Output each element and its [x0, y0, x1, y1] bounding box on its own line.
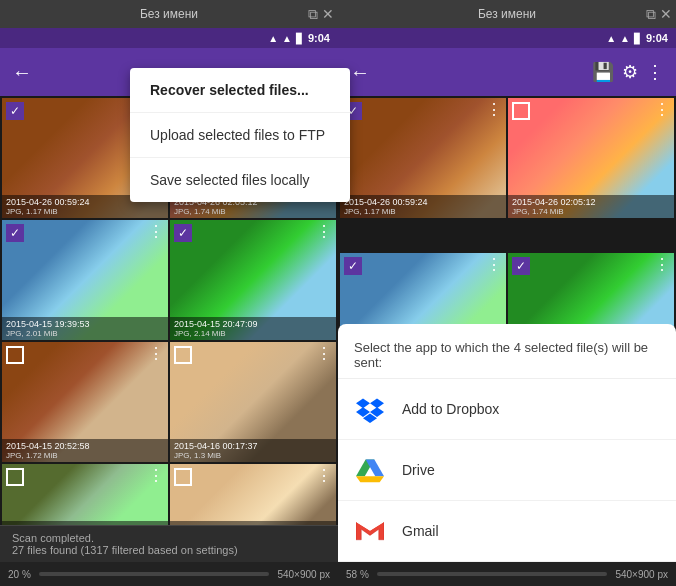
left-scrollbar[interactable] [39, 572, 270, 576]
left-photo-date-3: 2015-04-15 19:39:53 [6, 319, 164, 329]
left-close-button[interactable]: ✕ [322, 6, 334, 22]
right-photo-info-1: JPG, 1.17 MiB [344, 207, 502, 216]
left-checkbox-7[interactable] [6, 468, 24, 486]
left-photo-overlay-5: 2015-04-15 20:52:58 JPG, 1.72 MiB [2, 439, 168, 462]
left-photo-date-7: 2015-04-13 02:08:32 [6, 523, 164, 525]
left-checkbox-3[interactable] [6, 224, 24, 242]
right-drive-label: Drive [402, 462, 435, 478]
right-checkbox-2[interactable] [512, 102, 530, 120]
left-checkbox-5[interactable] [6, 346, 24, 364]
right-overflow-icon[interactable]: ⋮ [646, 61, 664, 83]
right-photo-info-2: JPG, 1.74 MiB [512, 207, 670, 216]
left-threedot-8[interactable]: ⋮ [316, 468, 332, 484]
left-threedot-4[interactable]: ⋮ [316, 224, 332, 240]
right-chooser-gmail[interactable]: Gmail [338, 501, 676, 562]
right-status-bar: ▲ ▲ ▊ 9:04 [338, 28, 676, 48]
left-zoom-percent: 20 % [8, 569, 31, 580]
right-checkbox-4[interactable] [512, 257, 530, 275]
right-photo-overlay-1: 2015-04-26 00:59:24 JPG, 1.17 MiB [340, 195, 506, 218]
right-gmail-label: Gmail [402, 523, 439, 539]
right-bottom-status: 58 % 540×900 px [338, 562, 676, 586]
right-photo-date-2: 2015-04-26 02:05:12 [512, 197, 670, 207]
right-app-chooser: Select the app to which the 4 selected f… [338, 324, 676, 562]
left-window-controls: ⧉ ✕ [308, 6, 334, 23]
left-checkbox-1[interactable] [6, 102, 24, 120]
right-chooser-header: Select the app to which the 4 selected f… [338, 324, 676, 379]
left-photo-info-1: JPG, 1.17 MiB [6, 207, 164, 216]
left-photo-overlay-8: 2015-04-04 22:17:11 JPG, 1.15 MiB [170, 521, 336, 525]
left-photo-cell-8[interactable]: ⋮ 2015-04-04 22:17:11 JPG, 1.15 MiB [170, 464, 336, 525]
right-photo-cell-1[interactable]: ⋮ 2015-04-26 00:59:24 JPG, 1.17 MiB [340, 98, 506, 218]
left-menu-item-recover[interactable]: Recover selected files... [130, 68, 350, 113]
left-threedot-5[interactable]: ⋮ [148, 346, 164, 362]
right-back-button[interactable]: ← [350, 61, 370, 84]
left-photo-date-5: 2015-04-15 20:52:58 [6, 441, 164, 451]
right-appbar-actions: 💾 ⚙ ⋮ [592, 61, 664, 83]
left-photo-cell-5[interactable]: ⋮ 2015-04-15 20:52:58 JPG, 1.72 MiB [2, 342, 168, 462]
right-wifi-icon: ▲ [606, 33, 616, 44]
right-app-bar: ← 💾 ⚙ ⋮ [338, 48, 676, 96]
left-photo-overlay-3: 2015-04-15 19:39:53 JPG, 2.01 MiB [2, 317, 168, 340]
right-window-controls: ⧉ ✕ [646, 6, 672, 23]
left-threedot-7[interactable]: ⋮ [148, 468, 164, 484]
right-photo-date-1: 2015-04-26 00:59:24 [344, 197, 502, 207]
right-chooser-drive[interactable]: Drive [338, 440, 676, 501]
right-signal-icon: ▲ [620, 33, 630, 44]
left-checkbox-4[interactable] [174, 224, 192, 242]
right-battery-icon: ▊ [634, 33, 642, 44]
right-close-button[interactable]: ✕ [660, 6, 672, 22]
right-zoom-percent: 58 % [346, 569, 369, 580]
left-status-bar: ▲ ▲ ▊ 9:04 [0, 28, 338, 48]
right-threedot-3[interactable]: ⋮ [486, 257, 502, 273]
right-threedot-1[interactable]: ⋮ [486, 102, 502, 118]
drive-icon [354, 454, 386, 486]
left-photo-date-8: 2015-04-04 22:17:11 [174, 523, 332, 525]
left-bottom-status: 20 % 540×900 px [0, 562, 338, 586]
left-photo-overlay-7: 2015-04-13 02:08:32 JPG, 1.95 MiB [2, 521, 168, 525]
left-time: 9:04 [308, 32, 330, 44]
right-scrollbar[interactable] [377, 572, 608, 576]
left-window-title: Без имени [140, 7, 198, 21]
right-save-icon[interactable]: 💾 [592, 61, 614, 83]
left-photo-info-5: JPG, 1.72 MiB [6, 451, 164, 460]
right-settings-icon[interactable]: ⚙ [622, 61, 638, 83]
right-title-bar: Без имени ⧉ ✕ [338, 0, 676, 28]
right-photo-cell-2[interactable]: ⋮ 2015-04-26 02:05:12 JPG, 1.74 MiB [508, 98, 674, 218]
left-scan-line2: 27 files found (1317 filtered based on s… [12, 544, 326, 556]
left-photo-overlay-6: 2015-04-16 00:17:37 JPG, 1.3 MiB [170, 439, 336, 462]
right-chooser-dropbox[interactable]: Add to Dropbox [338, 379, 676, 440]
right-restore-button[interactable]: ⧉ [646, 6, 656, 23]
left-photo-info-4: JPG, 2.14 MiB [174, 329, 332, 338]
right-threedot-4[interactable]: ⋮ [654, 257, 670, 273]
left-photo-cell-6[interactable]: ⋮ 2015-04-16 00:17:37 JPG, 1.3 MiB [170, 342, 336, 462]
left-menu-item-save[interactable]: Save selected files locally [130, 158, 350, 202]
left-checkbox-6[interactable] [174, 346, 192, 364]
left-photo-overlay-4: 2015-04-15 20:47:09 JPG, 2.14 MiB [170, 317, 336, 340]
left-photo-cell-4[interactable]: ⋮ 2015-04-15 20:47:09 JPG, 2.14 MiB [170, 220, 336, 340]
left-back-button[interactable]: ← [12, 61, 32, 84]
left-photo-cell-7[interactable]: ⋮ 2015-04-13 02:08:32 JPG, 1.95 MiB [2, 464, 168, 525]
right-threedot-2[interactable]: ⋮ [654, 102, 670, 118]
left-title-bar: Без имени ⧉ ✕ [0, 0, 338, 28]
left-photo-info-6: JPG, 1.3 MiB [174, 451, 332, 460]
left-scan-line1: Scan completed. [12, 532, 326, 544]
left-bottom-bar: Scan completed. 27 files found (1317 fil… [0, 525, 338, 562]
left-photo-cell-3[interactable]: ⋮ 2015-04-15 19:39:53 JPG, 2.01 MiB [2, 220, 168, 340]
left-checkbox-8[interactable] [174, 468, 192, 486]
left-menu-item-ftp[interactable]: Upload selected files to FTP [130, 113, 350, 158]
left-resolution: 540×900 px [277, 569, 330, 580]
left-restore-button[interactable]: ⧉ [308, 6, 318, 23]
left-wifi-icon: ▲ [268, 33, 278, 44]
right-window-title: Без имени [478, 7, 536, 21]
left-photo-date-6: 2015-04-16 00:17:37 [174, 441, 332, 451]
right-checkbox-3[interactable] [344, 257, 362, 275]
left-panel: Без имени ⧉ ✕ ▲ ▲ ▊ 9:04 ← ⋮ 2015-04-26 … [0, 0, 338, 586]
right-photo-overlay-2: 2015-04-26 02:05:12 JPG, 1.74 MiB [508, 195, 674, 218]
left-battery-icon: ▊ [296, 33, 304, 44]
right-panel: Без имени ⧉ ✕ ▲ ▲ ▊ 9:04 ← 💾 ⚙ ⋮ ⋮ 2015-… [338, 0, 676, 586]
dropbox-icon [354, 393, 386, 425]
left-threedot-6[interactable]: ⋮ [316, 346, 332, 362]
left-photo-info-3: JPG, 2.01 MiB [6, 329, 164, 338]
left-threedot-3[interactable]: ⋮ [148, 224, 164, 240]
right-time: 9:04 [646, 32, 668, 44]
